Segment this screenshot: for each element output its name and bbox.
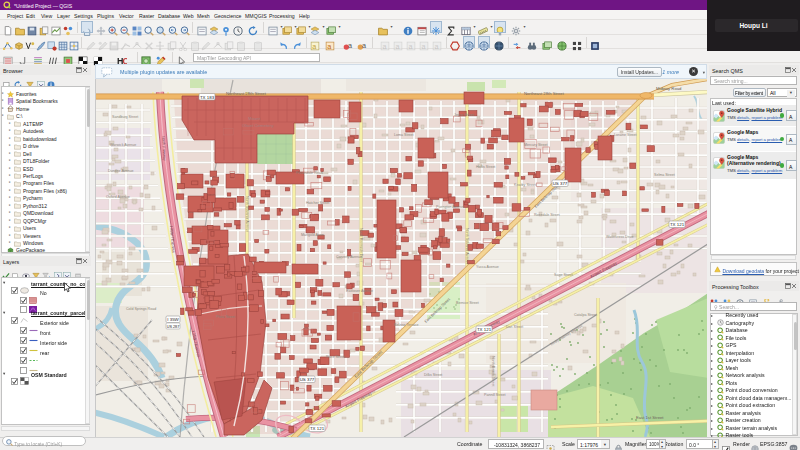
svg-text:East 1st Street: East 1st Street — [636, 415, 664, 420]
svg-text:Watercress Drive: Watercress Drive — [606, 235, 633, 239]
svg-text:Northeast 28th Street: Northeast 28th Street — [524, 91, 565, 96]
svg-text:Kearby Street: Kearby Street — [514, 183, 536, 187]
svg-text:Marigold Aven: Marigold Aven — [301, 233, 324, 237]
svg-text:Olivet Cemetery: Olivet Cemetery — [242, 123, 274, 128]
svg-text:Cold Springs Road: Cold Springs Road — [126, 307, 156, 311]
svg-text:Loma Street: Loma Street — [394, 133, 414, 137]
svg-text:Warwick Avenue: Warwick Avenue — [110, 143, 136, 147]
svg-text:US 377: US 377 — [553, 181, 568, 186]
svg-text:Dan Street: Dan Street — [506, 325, 523, 329]
svg-text:Northeast 28th Street: Northeast 28th Street — [226, 91, 267, 96]
svg-text:Sandburg Street: Sandburg Street — [112, 115, 138, 119]
svg-text:TX 121: TX 121 — [477, 327, 492, 332]
svg-text:Dilks Street: Dilks Street — [424, 373, 442, 377]
svg-text:North Riverside Drive: North Riverside Drive — [359, 228, 363, 262]
svg-text:a: a — [362, 41, 367, 50]
svg-text:I 35W: I 35W — [167, 317, 179, 322]
svg-text:Mercury Street: Mercury Street — [524, 143, 548, 147]
svg-text:Race Street: Race Street — [326, 355, 345, 359]
svg-text:Oxford Avenue: Oxford Avenue — [106, 195, 130, 199]
svg-text:Mount: Mount — [248, 116, 261, 121]
svg-text:North Sylvania Avenue: North Sylvania Avenue — [465, 228, 469, 264]
svg-text:Pecandale Road: Pecandale Road — [296, 171, 323, 175]
svg-text:TX 121: TX 121 — [310, 426, 325, 431]
svg-text:Catalpa Street: Catalpa Street — [574, 313, 597, 317]
svg-text:Selma Street: Selma Street — [654, 173, 675, 177]
svg-text:US 377: US 377 — [300, 377, 315, 382]
svg-text:TX 121: TX 121 — [670, 222, 685, 227]
svg-text:Pannill Street: Pannill Street — [484, 393, 505, 397]
svg-text:North Beach Street: North Beach Street — [491, 356, 495, 387]
svg-text:Loraine Street: Loraine Street — [614, 133, 637, 137]
svg-text:Eastover Avenue: Eastover Avenue — [346, 289, 373, 293]
svg-text:Hollis Street: Hollis Street — [476, 165, 495, 169]
svg-text:Yucca Avenue: Yucca Avenue — [476, 265, 499, 269]
svg-text:Rosedale Street: Rosedale Street — [534, 213, 560, 217]
svg-text:Midway Road: Midway Road — [656, 86, 682, 91]
svg-text:Phea Street: Phea Street — [216, 315, 235, 319]
svg-text:US 287: US 287 — [167, 325, 180, 329]
svg-text:Joyce Street: Joyce Street — [454, 113, 474, 117]
svg-text:TX 183: TX 183 — [200, 95, 215, 100]
svg-text:Carverly Avenue: Carverly Avenue — [336, 255, 362, 259]
svg-text:Purington Avenue: Purington Avenue — [436, 205, 464, 209]
svg-text:Belzise Terrace: Belzise Terrace — [394, 323, 419, 327]
svg-text:Sage Street: Sage Street — [554, 273, 573, 277]
svg-text:North Sylvania Avenue: North Sylvania Avenue — [245, 196, 249, 232]
svg-text:Bernice Street: Bernice Street — [456, 301, 479, 305]
svg-text:a: a — [348, 41, 353, 50]
svg-text:Dundee Avenue: Dundee Avenue — [108, 169, 134, 173]
svg-text:Hatcher Street: Hatcher Street — [306, 201, 329, 205]
